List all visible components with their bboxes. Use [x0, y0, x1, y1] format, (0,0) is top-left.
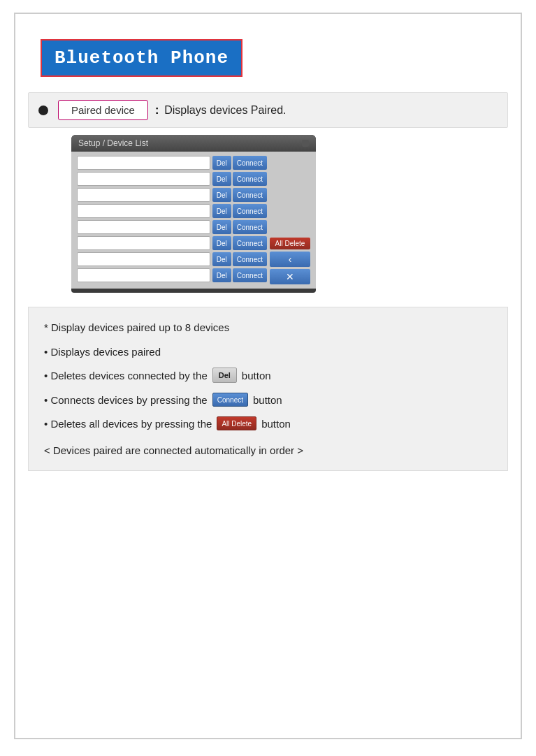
device-name-field — [77, 220, 210, 234]
del-button-8[interactable]: Del — [212, 268, 231, 282]
device-name-field — [77, 268, 210, 282]
del-button-4[interactable]: Del — [212, 204, 231, 218]
page-title: Bluetooth Phone — [55, 48, 229, 68]
close-button[interactable]: ✕ — [270, 269, 310, 284]
device-name-field — [77, 188, 210, 202]
info-section: * Display devices paired up to 8 devices… — [28, 307, 508, 471]
info-line-4: • Deletes all devices by pressing the Al… — [44, 416, 492, 430]
del-button-7[interactable]: Del — [212, 252, 231, 266]
info-line-4-suffix: button — [261, 418, 291, 430]
connect-button-6[interactable]: Connect — [233, 236, 267, 250]
info-line-1-text: • Displays devices paired — [44, 346, 161, 358]
table-row: Del Connect — [77, 156, 267, 170]
connect-button-8[interactable]: Connect — [233, 268, 267, 282]
table-row: Del Connect — [77, 172, 267, 186]
page-container: Bluetooth Phone Paired device : Displays… — [14, 13, 522, 739]
info-line-4-prefix: • Deletes all devices by pressing the — [44, 418, 212, 430]
colon-separator: : — [155, 104, 159, 117]
info-line-3-prefix: • Connects devices by pressing the — [44, 394, 208, 406]
info-line-5: < Devices paired are connected automatic… — [44, 444, 492, 456]
note-text: * Display devices paired up to 8 devices — [44, 321, 229, 333]
del-button-6[interactable]: Del — [212, 236, 231, 250]
device-name-field — [77, 252, 210, 266]
table-row: Del Connect — [77, 268, 267, 282]
device-rows-with-side: Del Connect Del Connect Del — [77, 156, 310, 284]
connect-button-4[interactable]: Connect — [233, 204, 267, 218]
all-delete-button[interactable]: All Delete — [270, 238, 310, 249]
paired-device-button[interactable]: Paired device — [58, 100, 148, 120]
device-name-field — [77, 236, 210, 250]
inline-alldelete-button: All Delete — [217, 416, 256, 430]
del-button-1[interactable]: Del — [212, 156, 231, 170]
inline-del-button: Del — [212, 368, 237, 383]
info-line-2-suffix: button — [242, 370, 271, 381]
connect-button-7[interactable]: Connect — [233, 252, 267, 266]
panel-header-dot — [302, 140, 309, 147]
del-button-5[interactable]: Del — [212, 220, 231, 234]
connect-button-5[interactable]: Connect — [233, 220, 267, 234]
panel-header-title: Setup / Device List — [78, 138, 148, 148]
connect-button-3[interactable]: Connect — [233, 188, 267, 202]
bullet-circle — [38, 106, 48, 115]
table-row: Del Connect — [77, 220, 267, 234]
panel-body: Del Connect Del Connect Del — [71, 152, 316, 289]
connect-button-1[interactable]: Connect — [233, 156, 267, 170]
table-row: Del Connect — [77, 204, 267, 218]
table-row: Del Connect — [77, 188, 267, 202]
table-row: Del Connect — [77, 236, 267, 250]
del-button-2[interactable]: Del — [212, 172, 231, 186]
del-button-3[interactable]: Del — [212, 188, 231, 202]
info-line-3: • Connects devices by pressing the Conne… — [44, 393, 492, 407]
paired-device-row: Paired device : Displays devices Paired. — [28, 92, 508, 128]
back-button[interactable]: ‹ — [270, 252, 310, 267]
info-line-1: • Displays devices paired — [44, 346, 492, 358]
title-bar: Bluetooth Phone — [41, 39, 242, 77]
connect-button-2[interactable]: Connect — [233, 172, 267, 186]
table-row: Del Connect — [77, 252, 267, 266]
paired-description: Displays devices Paired. — [164, 104, 286, 117]
device-list-panel: Setup / Device List Del Connect — [71, 135, 316, 293]
inline-connect-button: Connect — [212, 393, 248, 407]
info-line-3-suffix: button — [253, 394, 282, 406]
info-line-2-prefix: • Deletes devices connected by the — [44, 370, 208, 381]
device-name-field — [77, 156, 210, 170]
device-rows-col: Del Connect Del Connect Del — [77, 156, 267, 284]
device-list-wrapper: Setup / Device List Del Connect — [71, 135, 508, 293]
panel-header: Setup / Device List — [71, 135, 316, 152]
device-name-field — [77, 172, 210, 186]
info-note: * Display devices paired up to 8 devices — [44, 321, 492, 333]
info-line-2: • Deletes devices connected by the Del b… — [44, 368, 492, 383]
info-line-5-text: < Devices paired are connected automatic… — [44, 444, 303, 456]
side-buttons: All Delete ‹ ✕ — [270, 238, 310, 284]
device-name-field — [77, 204, 210, 218]
